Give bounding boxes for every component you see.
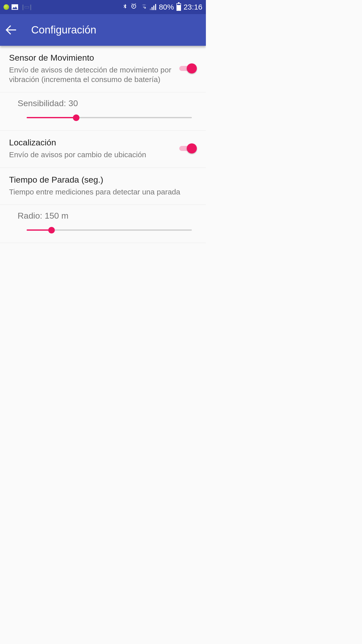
motion-sensor-toggle[interactable] [179,63,197,74]
sensitivity-slider[interactable] [27,114,192,121]
notification-dot-icon [4,4,9,10]
setting-location[interactable]: Localización Envío de avisos por cambio … [0,131,206,168]
slider-fill [27,229,52,231]
setting-sensitivity: Sensibilidad: 30 [0,92,206,131]
image-notification-icon [12,4,18,10]
vibrate-icon: ❙▭❙ [21,4,32,10]
setting-description: Tiempo entre mediciones para detectar un… [9,187,192,197]
radius-slider[interactable] [27,226,192,234]
setting-title: Tiempo de Parada (seg.) [9,175,192,185]
setting-title: Sensor de Movimiento [9,53,174,63]
settings-list: Sensor de Movimiento Envío de avisos de … [0,46,206,243]
back-button[interactable] [6,24,18,36]
setting-radius: Radio: 150 m [0,205,206,243]
battery-percent: 80% [159,3,174,11]
wifi-icon [140,3,147,11]
setting-stop-time[interactable]: Tiempo de Parada (seg.) Tiempo entre med… [0,168,206,205]
location-toggle[interactable] [179,143,197,154]
slider-thumb-icon [48,227,55,233]
alarm-icon [130,3,137,12]
sensitivity-label: Sensibilidad: 30 [18,98,197,108]
app-bar: Configuración [0,14,206,46]
radius-label: Radio: 150 m [18,211,197,221]
status-right-icons: 80% 23:16 [122,3,202,12]
setting-description: Envío de avisos por cambio de ubicación [9,150,174,159]
status-time: 23:16 [184,3,202,11]
page-title: Configuración [31,24,96,36]
bluetooth-icon [122,3,128,12]
toggle-thumb-icon [187,63,197,73]
back-arrow-icon [7,25,17,35]
slider-fill [27,117,76,118]
battery-icon [176,3,181,11]
slider-thumb-icon [73,114,79,121]
toggle-thumb-icon [187,143,197,153]
svg-point-0 [144,7,146,9]
status-left-icons: ❙▭❙ [4,4,32,10]
setting-motion-sensor[interactable]: Sensor de Movimiento Envío de avisos de … [0,46,206,92]
cell-signal-icon [150,4,156,10]
setting-description: Envío de avisos de detección de movimien… [9,65,174,84]
setting-title: Localización [9,138,174,147]
status-bar: ❙▭❙ 80% 23:16 [0,0,206,14]
